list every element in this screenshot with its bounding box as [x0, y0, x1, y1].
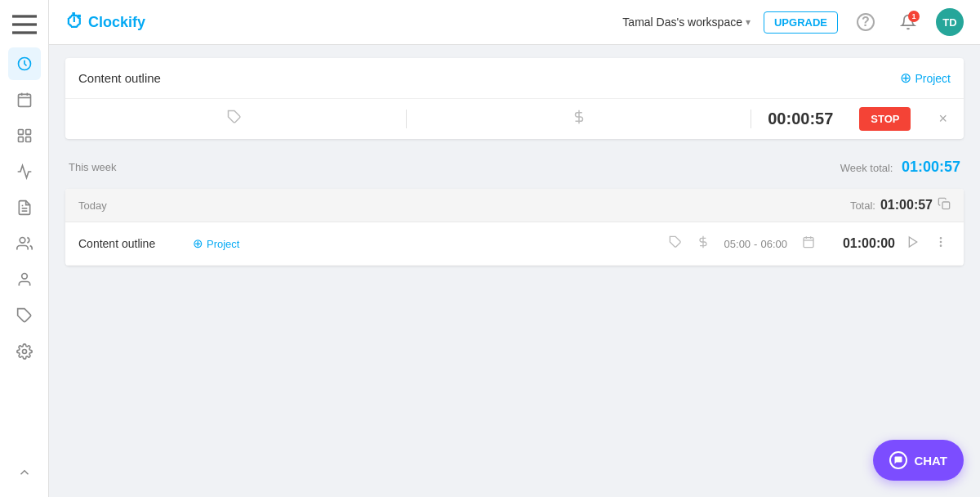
entry-plus-icon: ⊕ [193, 236, 203, 251]
sidebar-item-calendar[interactable] [8, 83, 41, 116]
svg-rect-8 [18, 130, 23, 135]
week-total-area: Week total: 01:00:57 [840, 159, 960, 176]
help-icon: ? [857, 13, 875, 31]
entry-time-start: 05:00 [724, 238, 751, 250]
workspace-caret-icon: ▾ [746, 16, 751, 28]
entry-billing-icon[interactable] [697, 235, 710, 252]
sidebar-item-timer[interactable] [8, 47, 41, 80]
plus-circle-icon: ⊕ [900, 69, 911, 87]
timer-add-project-button[interactable]: ⊕ Project [900, 69, 951, 87]
timer-bottom-row: 00:00:57 STOP × [65, 99, 964, 139]
upgrade-button[interactable]: UPGRADE [764, 11, 838, 34]
timer-top-row: Content outline ⊕ Project [65, 58, 964, 99]
chat-label: CHAT [914, 454, 947, 468]
notification-badge: 1 [908, 11, 920, 22]
svg-marker-27 [909, 237, 916, 247]
notifications-button[interactable]: 1 [893, 7, 923, 37]
entry-duration: 01:00:00 [830, 236, 895, 251]
app-logo: ⏱ Clockify [65, 11, 145, 33]
entry-description: Content outline [78, 237, 185, 250]
stop-button[interactable]: STOP [859, 107, 911, 131]
svg-rect-11 [25, 137, 30, 142]
day-total-time: 01:00:57 [880, 198, 933, 213]
entry-add-project-button[interactable]: ⊕ Project [193, 236, 239, 251]
svg-rect-9 [25, 130, 30, 135]
entry-more-button[interactable] [931, 232, 951, 255]
week-total-time: 01:00:57 [902, 159, 960, 175]
sidebar-collapse-btn[interactable] [8, 456, 41, 489]
day-label: Today [78, 199, 107, 212]
entry-tag-icon[interactable] [669, 235, 682, 252]
entry-play-button[interactable] [903, 232, 923, 255]
sidebar-item-team[interactable] [8, 227, 41, 260]
svg-point-17 [22, 350, 26, 354]
week-label: This week [69, 161, 117, 173]
sidebar-item-dashboard[interactable] [8, 119, 41, 152]
workspace-selector[interactable]: Tamal Das's workspace ▾ [622, 16, 751, 29]
svg-rect-4 [18, 94, 30, 106]
sidebar-item-settings[interactable] [8, 335, 41, 368]
topbar: ⏱ Clockify Tamal Das's workspace ▾ UPGRA… [49, 0, 980, 45]
entry-time-end: 06:00 [760, 238, 787, 250]
sidebar-item-tags[interactable] [8, 299, 41, 332]
timer-close-button[interactable]: × [935, 107, 951, 131]
sidebar-item-tracker[interactable] [8, 191, 41, 224]
logo-icon: ⏱ [65, 11, 83, 33]
timer-time-display: 00:00:57 [768, 110, 833, 128]
day-header: Today Total: 01:00:57 [65, 189, 964, 222]
svg-point-14 [20, 238, 25, 244]
day-total-label: Total: [850, 199, 875, 212]
day-total-area: Total: 01:00:57 [850, 197, 951, 213]
timer-card: Content outline ⊕ Project [65, 58, 964, 139]
sidebar-item-clients[interactable] [8, 263, 41, 296]
chat-button[interactable]: CHAT [873, 440, 964, 481]
svg-rect-23 [804, 238, 813, 248]
table-row: Content outline ⊕ Project 05:00 - [65, 222, 964, 266]
timer-description: Content outline [78, 71, 900, 85]
workspace-name: Tamal Das's workspace [622, 16, 742, 29]
entry-project-label: Project [207, 238, 239, 250]
week-total-label: Week total: [840, 162, 893, 174]
main-content: ⏱ Clockify Tamal Das's workspace ▾ UPGRA… [49, 0, 980, 497]
page-area: Content outline ⊕ Project [49, 45, 980, 497]
timer-project-label: Project [915, 72, 951, 85]
svg-rect-10 [18, 137, 23, 142]
user-avatar[interactable]: TD [936, 8, 964, 36]
hamburger-menu[interactable] [8, 8, 41, 41]
logo-text: Clockify [88, 14, 145, 31]
svg-rect-20 [942, 202, 950, 209]
sidebar [0, 0, 49, 497]
tag-icon [227, 110, 242, 128]
week-header: This week Week total: 01:00:57 [65, 152, 964, 182]
entry-time-range[interactable]: 05:00 - 06:00 [724, 238, 787, 250]
entry-time-separator: - [754, 238, 757, 250]
timer-tag-area[interactable] [78, 110, 407, 128]
dollar-icon [572, 110, 586, 128]
chat-bubble-icon [889, 451, 907, 469]
timer-billing-area[interactable] [423, 110, 751, 128]
sidebar-item-reports[interactable] [8, 155, 41, 188]
entry-calendar-icon[interactable] [802, 235, 815, 252]
help-button[interactable]: ? [851, 7, 880, 37]
svg-point-28 [940, 238, 941, 239]
svg-point-15 [21, 274, 27, 280]
svg-point-29 [940, 241, 941, 242]
svg-point-30 [940, 245, 941, 246]
day-group-today: Today Total: 01:00:57 Content outline ⊕ [65, 189, 964, 266]
copy-entries-icon[interactable] [938, 197, 951, 213]
